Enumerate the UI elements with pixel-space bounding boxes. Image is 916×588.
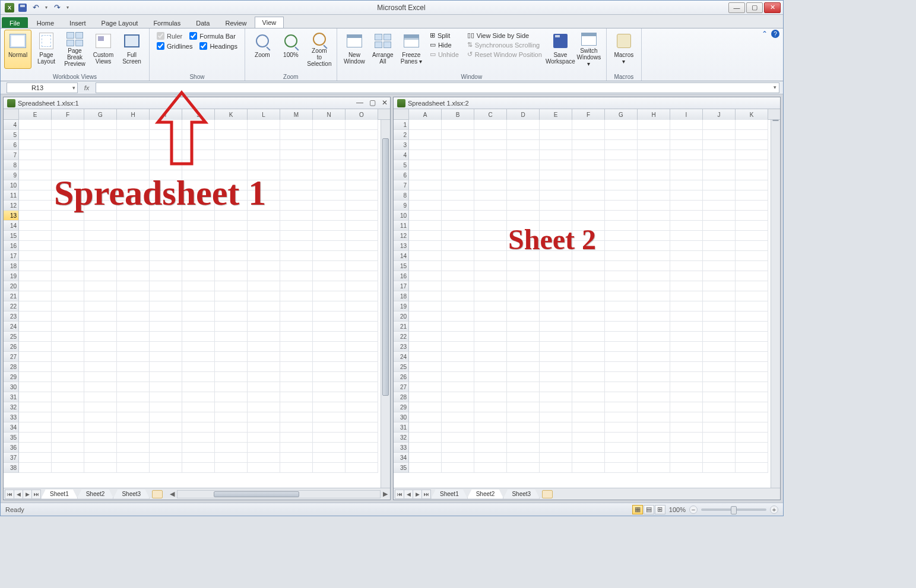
split-button[interactable]: ⊞Split — [429, 31, 460, 40]
cell[interactable] — [84, 170, 117, 180]
cell[interactable] — [638, 291, 670, 301]
cell[interactable] — [19, 130, 52, 140]
cell[interactable] — [52, 402, 84, 412]
row-header-9[interactable]: 9 — [394, 201, 409, 211]
cell[interactable] — [84, 342, 117, 352]
cell[interactable] — [409, 221, 442, 231]
custom-views-button[interactable]: CustomViews — [90, 30, 117, 69]
cell[interactable] — [605, 443, 638, 453]
cell[interactable] — [670, 291, 703, 301]
cell[interactable] — [540, 130, 572, 140]
cell[interactable] — [215, 120, 248, 130]
cell[interactable] — [150, 312, 182, 322]
cell[interactable] — [540, 372, 572, 382]
cell[interactable] — [442, 372, 474, 382]
cell[interactable] — [670, 251, 703, 261]
cell[interactable] — [474, 392, 507, 402]
row-header-33[interactable]: 33 — [4, 412, 19, 422]
cell[interactable] — [572, 453, 605, 463]
row-header-9[interactable]: 9 — [4, 170, 19, 180]
cell[interactable] — [19, 291, 52, 301]
cell[interactable] — [346, 221, 378, 231]
cell[interactable] — [182, 180, 215, 190]
cell[interactable] — [474, 412, 507, 422]
cell[interactable] — [280, 352, 313, 362]
cell[interactable] — [507, 463, 540, 473]
cell[interactable] — [182, 130, 215, 140]
pane-close-icon[interactable]: ✕ — [382, 98, 388, 107]
cell[interactable] — [19, 443, 52, 453]
cell[interactable] — [182, 453, 215, 463]
cell[interactable] — [150, 342, 182, 352]
row-header-31[interactable]: 31 — [394, 422, 409, 433]
cell[interactable] — [442, 392, 474, 402]
cell[interactable] — [572, 301, 605, 312]
sheet-nav-2[interactable]: ▶ — [23, 490, 32, 499]
cell[interactable] — [507, 372, 540, 382]
cell[interactable] — [409, 352, 442, 362]
cell[interactable] — [638, 211, 670, 221]
cell[interactable] — [150, 221, 182, 231]
cell[interactable] — [248, 170, 280, 180]
cell[interactable] — [84, 271, 117, 281]
cell[interactable] — [346, 180, 378, 190]
row-header-12[interactable]: 12 — [4, 201, 19, 211]
vertical-scrollbar[interactable] — [771, 120, 780, 488]
cell[interactable] — [182, 322, 215, 332]
new-sheet-icon[interactable] — [542, 490, 553, 498]
cell[interactable] — [474, 180, 507, 190]
cell[interactable] — [52, 140, 84, 150]
row-header-27[interactable]: 27 — [394, 382, 409, 392]
row-header-32[interactable]: 32 — [4, 402, 19, 412]
cell[interactable] — [670, 362, 703, 372]
cell[interactable] — [605, 332, 638, 342]
cell[interactable] — [670, 443, 703, 453]
cell[interactable] — [703, 180, 736, 190]
cell[interactable] — [572, 150, 605, 160]
cell[interactable] — [474, 443, 507, 453]
cell[interactable] — [736, 352, 768, 362]
undo-dropdown-icon[interactable]: ▾ — [43, 2, 49, 13]
sheet-nav-1[interactable]: ◀ — [14, 490, 23, 499]
cell[interactable] — [84, 291, 117, 301]
cell[interactable] — [182, 342, 215, 352]
cell[interactable] — [638, 261, 670, 271]
cell[interactable] — [84, 362, 117, 372]
col-header-I[interactable]: I — [150, 109, 182, 120]
cell[interactable] — [703, 221, 736, 231]
cell[interactable] — [442, 160, 474, 170]
cell[interactable] — [150, 463, 182, 473]
cell[interactable] — [572, 382, 605, 392]
cell[interactable] — [280, 170, 313, 180]
check-headings[interactable]: Headings — [199, 42, 237, 50]
cell[interactable] — [605, 221, 638, 231]
cell[interactable] — [346, 211, 378, 221]
zoom-in-button[interactable]: + — [770, 506, 778, 514]
cell[interactable] — [507, 392, 540, 402]
cell[interactable] — [150, 412, 182, 422]
cell[interactable] — [346, 453, 378, 463]
excel-icon[interactable]: X — [4, 2, 15, 13]
select-all-corner[interactable] — [394, 109, 409, 120]
row-header-31[interactable]: 31 — [4, 392, 19, 402]
cell[interactable] — [670, 342, 703, 352]
cell[interactable] — [182, 150, 215, 160]
cell[interactable] — [409, 241, 442, 251]
row-header-14[interactable]: 14 — [4, 221, 19, 231]
cell[interactable] — [52, 352, 84, 362]
cell[interactable] — [52, 443, 84, 453]
cell[interactable] — [150, 170, 182, 180]
cell[interactable] — [605, 160, 638, 170]
cell[interactable] — [507, 412, 540, 422]
cell[interactable] — [248, 402, 280, 412]
cell[interactable] — [117, 301, 150, 312]
cell[interactable] — [409, 322, 442, 332]
row-header-15[interactable]: 15 — [394, 261, 409, 271]
cell[interactable] — [670, 392, 703, 402]
cell[interactable] — [52, 412, 84, 422]
row-header-18[interactable]: 18 — [4, 261, 19, 271]
cell[interactable] — [703, 160, 736, 170]
cell[interactable] — [540, 433, 572, 443]
cell[interactable] — [474, 231, 507, 241]
cell[interactable] — [670, 453, 703, 463]
